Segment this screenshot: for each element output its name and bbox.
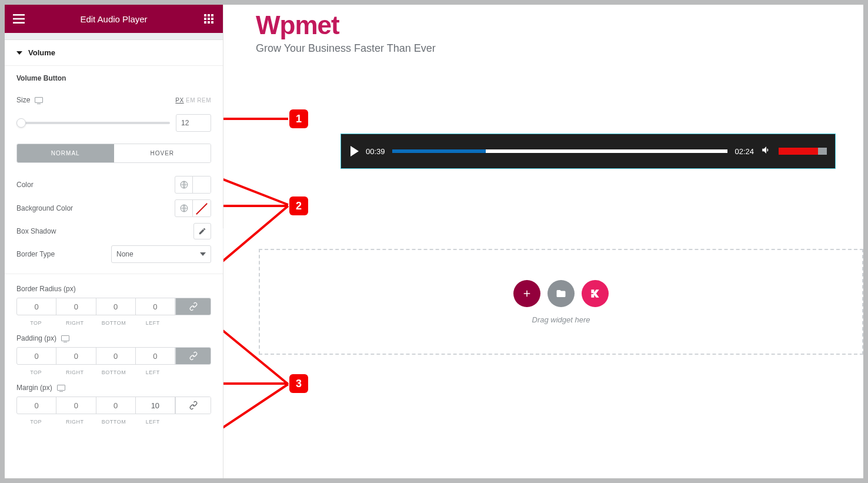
sub-top: TOP bbox=[16, 320, 55, 326]
bgcolor-row: Background Color bbox=[16, 199, 211, 217]
padding-link-toggle[interactable] bbox=[175, 348, 211, 364]
unit-em[interactable]: EM bbox=[186, 97, 195, 104]
size-input[interactable] bbox=[176, 114, 211, 132]
svg-rect-7 bbox=[208, 18, 210, 20]
radius-bottom[interactable] bbox=[96, 298, 135, 315]
svg-rect-1 bbox=[13, 18, 25, 20]
sub-right: RIGHT bbox=[55, 369, 94, 375]
annotation-arrow-2a bbox=[223, 169, 288, 216]
color-row: Color bbox=[16, 176, 211, 194]
audio-player-widget[interactable]: 00:39 02:24 bbox=[341, 134, 835, 168]
time-total: 02:24 bbox=[735, 147, 754, 156]
annotation-marker-2: 2 bbox=[289, 196, 308, 215]
unit-px[interactable]: PX bbox=[175, 97, 183, 104]
link-icon bbox=[189, 351, 198, 361]
radius-right[interactable] bbox=[56, 298, 95, 315]
padding-right[interactable] bbox=[56, 348, 95, 364]
color-swatch[interactable] bbox=[193, 176, 211, 193]
page-content: Wpmet Grow Your Business Faster Than Eve… bbox=[256, 11, 852, 55]
brand-logo-text: Wpmet bbox=[256, 11, 852, 40]
play-button[interactable] bbox=[350, 146, 359, 156]
audio-progress-fill bbox=[392, 149, 486, 153]
padding-top[interactable] bbox=[17, 348, 56, 364]
section-content: Volume Button Size PX EM REM bbox=[5, 66, 223, 425]
annotation-arrow-2b bbox=[223, 199, 288, 222]
border-type-select[interactable]: None bbox=[111, 245, 211, 263]
sub-bottom: BOTTOM bbox=[94, 419, 133, 425]
annotation-arrow-3b bbox=[223, 377, 288, 388]
audio-progress-track[interactable] bbox=[392, 149, 728, 153]
border-type-row: Border Type None bbox=[16, 245, 211, 263]
color-control[interactable] bbox=[175, 176, 211, 194]
margin-left[interactable] bbox=[136, 397, 175, 414]
sidebar-tabstrip bbox=[5, 33, 223, 40]
volume-button-heading: Volume Button bbox=[16, 74, 211, 82]
margin-link-toggle[interactable] bbox=[175, 397, 211, 414]
unit-switcher: PX EM REM bbox=[175, 97, 211, 104]
template-library-button[interactable] bbox=[547, 280, 575, 307]
sub-bottom: BOTTOM bbox=[94, 320, 133, 326]
margin-top[interactable] bbox=[17, 397, 56, 414]
margin-group: Margin (px) TOP RIGHT bbox=[16, 384, 211, 425]
margin-bottom[interactable] bbox=[96, 397, 135, 414]
svg-rect-10 bbox=[208, 21, 210, 24]
divider bbox=[5, 274, 223, 274]
widget-drop-zone[interactable]: Drag widget here bbox=[259, 249, 863, 355]
sidebar-body: Volume Volume Button Size PX EM REM bbox=[5, 40, 223, 478]
state-tabs: NORMAL HOVER bbox=[16, 144, 211, 163]
responsive-icon[interactable] bbox=[61, 335, 69, 341]
tab-normal[interactable]: NORMAL bbox=[17, 144, 114, 162]
responsive-icon[interactable] bbox=[35, 97, 43, 103]
shadow-label: Box Shadow bbox=[16, 227, 56, 235]
border-type-label: Border Type bbox=[16, 250, 55, 258]
padding-bottom[interactable] bbox=[96, 348, 135, 364]
radius-link-toggle[interactable] bbox=[175, 298, 211, 315]
radius-top[interactable] bbox=[17, 298, 56, 315]
svg-rect-0 bbox=[13, 14, 25, 16]
size-row: Size PX EM REM bbox=[16, 92, 211, 108]
editor-canvas: Wpmet Grow Your Business Faster Than Eve… bbox=[223, 5, 863, 478]
ek-logo-icon bbox=[589, 288, 601, 299]
padding-group: Padding (px) TOP RIGHT bbox=[16, 334, 211, 375]
svg-rect-5 bbox=[211, 14, 213, 16]
globe-icon[interactable] bbox=[175, 176, 193, 193]
radius-label: Border Radius (px) bbox=[16, 285, 76, 293]
margin-right[interactable] bbox=[56, 397, 95, 414]
elements-kit-button[interactable] bbox=[582, 280, 609, 307]
widgets-grid-icon[interactable] bbox=[202, 12, 216, 26]
padding-left[interactable] bbox=[136, 348, 175, 364]
unit-rem[interactable]: REM bbox=[197, 97, 211, 104]
sub-right: RIGHT bbox=[55, 419, 94, 425]
svg-line-20 bbox=[223, 384, 288, 434]
menu-icon[interactable] bbox=[12, 12, 26, 26]
padding-label: Padding (px) bbox=[16, 334, 56, 342]
sidebar-header: Edit Audio Player bbox=[5, 5, 223, 33]
dropzone-actions bbox=[513, 280, 609, 307]
section-toggle-volume[interactable]: Volume bbox=[5, 40, 223, 66]
bgcolor-control[interactable] bbox=[175, 199, 211, 217]
annotation-arrow-1 bbox=[223, 112, 288, 124]
bgcolor-label: Background Color bbox=[16, 204, 73, 212]
size-slider-thumb[interactable] bbox=[16, 118, 26, 128]
border-type-value: None bbox=[116, 250, 133, 258]
volume-icon[interactable] bbox=[761, 145, 772, 158]
globe-icon[interactable] bbox=[175, 200, 193, 216]
margin-label: Margin (px) bbox=[16, 384, 52, 392]
editor-sidebar: Edit Audio Player Volume Volume Button S… bbox=[5, 5, 223, 478]
responsive-icon[interactable] bbox=[57, 385, 65, 391]
svg-rect-2 bbox=[13, 22, 25, 24]
tab-hover[interactable]: HOVER bbox=[114, 144, 211, 162]
color-label: Color bbox=[16, 181, 34, 189]
add-widget-button[interactable] bbox=[513, 280, 540, 307]
dropzone-hint: Drag widget here bbox=[532, 315, 590, 324]
size-slider-row bbox=[16, 114, 211, 132]
size-slider[interactable] bbox=[16, 122, 170, 124]
shadow-row: Box Shadow bbox=[16, 223, 211, 239]
svg-rect-8 bbox=[211, 18, 213, 20]
bgcolor-swatch-none[interactable] bbox=[193, 200, 211, 216]
shadow-edit-button[interactable] bbox=[193, 223, 211, 239]
sub-right: RIGHT bbox=[55, 320, 94, 326]
sub-top: TOP bbox=[16, 369, 55, 375]
volume-bar[interactable] bbox=[779, 148, 827, 155]
radius-left[interactable] bbox=[136, 298, 175, 315]
